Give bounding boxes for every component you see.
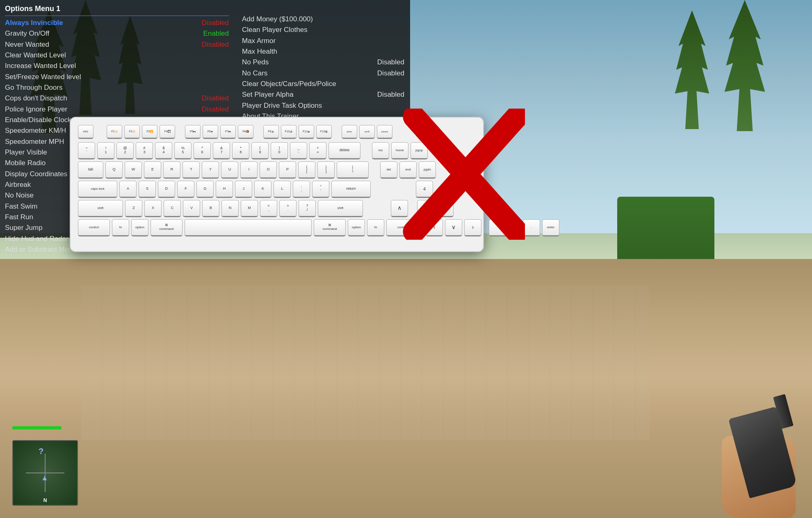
key-num4[interactable]: 4: [416, 181, 433, 198]
key-option-right[interactable]: option: [348, 219, 365, 236]
key-u[interactable]: U: [221, 161, 238, 179]
key-arrow-down[interactable]: ∨: [445, 219, 462, 236]
right-menu-item-clean-clothes[interactable]: Clean Player Clothes: [242, 25, 404, 35]
key-control-left[interactable]: control: [78, 219, 110, 236]
key-num3[interactable]: 3: [436, 200, 454, 217]
key-3[interactable]: #3: [136, 142, 153, 159]
key-9[interactable]: (9: [251, 142, 269, 159]
menu-item-increase-wanted[interactable]: Increase Wanted Level: [5, 61, 229, 71]
key-l[interactable]: L: [274, 181, 291, 198]
key-backslash[interactable]: |\: [337, 161, 369, 179]
key-v[interactable]: V: [183, 200, 200, 217]
key-control-right[interactable]: control: [386, 219, 418, 236]
key-f7[interactable]: F7⏭: [220, 125, 236, 139]
key-tab[interactable]: tab: [78, 161, 103, 179]
key-num-dot[interactable]: .: [523, 219, 540, 236]
menu-item-gravity[interactable]: Gravity On/Off Enabled: [5, 28, 229, 39]
key-z[interactable]: Z: [125, 200, 142, 217]
key-del[interactable]: del: [380, 161, 397, 179]
key-f11[interactable]: F11⏏: [299, 125, 314, 139]
menu-item-clear-wanted[interactable]: Clear Wanted Level: [5, 50, 229, 61]
key-return[interactable]: return: [331, 181, 371, 198]
key-arrow-up[interactable]: ∧: [391, 200, 408, 217]
key-f12[interactable]: F12⏻: [316, 125, 332, 139]
key-pause[interactable]: pause: [377, 125, 392, 139]
key-d[interactable]: D: [158, 181, 175, 198]
key-e[interactable]: E: [144, 161, 161, 179]
right-menu-item-set-alpha[interactable]: Set Player Alpha Disabled: [242, 89, 404, 100]
key-command-left[interactable]: ⌘command: [151, 219, 182, 236]
key-home[interactable]: home: [391, 142, 408, 159]
key-space[interactable]: [185, 219, 312, 236]
key-n[interactable]: N: [221, 200, 239, 217]
right-menu-item-clear-objects[interactable]: Clear Object/Cars/Peds/Police: [242, 79, 404, 89]
key-s[interactable]: S: [139, 181, 156, 198]
key-scrlk[interactable]: scrlk: [359, 125, 375, 139]
key-1[interactable]: !1: [97, 142, 114, 159]
menu-item-always-invincible[interactable]: Always Invincible Disabled: [5, 18, 229, 28]
key-shift-left[interactable]: shift: [78, 200, 123, 217]
key-esc[interactable]: esc: [78, 125, 94, 139]
key-ins[interactable]: ins: [372, 142, 389, 159]
key-f3[interactable]: F3⏫: [142, 125, 157, 139]
key-g[interactable]: G: [196, 181, 214, 198]
key-y[interactable]: Y: [202, 161, 219, 179]
key-num-enter[interactable]: enter: [542, 219, 559, 236]
key-j[interactable]: J: [235, 181, 252, 198]
key-o[interactable]: O: [260, 161, 277, 179]
menu-item-cops-dispatch[interactable]: Cops don't Dispatch Disabled: [5, 93, 229, 104]
right-menu-item-drive-task[interactable]: Player Drive Task Options: [242, 100, 404, 111]
key-f2[interactable]: F2🔆: [124, 125, 140, 139]
key-plus[interactable]: +=: [309, 142, 326, 159]
key-comma[interactable]: <,: [260, 200, 277, 217]
key-minus[interactable]: _-: [290, 142, 307, 159]
key-f4[interactable]: F4🔲: [160, 125, 175, 139]
key-close-bracket[interactable]: }]: [317, 161, 335, 179]
key-arrow-right[interactable]: ›: [464, 219, 481, 236]
key-b[interactable]: B: [202, 200, 219, 217]
key-7[interactable]: &7: [213, 142, 230, 159]
key-open-bracket[interactable]: {[: [298, 161, 315, 179]
key-f10[interactable]: F10🔊: [281, 125, 297, 139]
key-capslock[interactable]: caps lock: [78, 181, 117, 198]
key-semicolon[interactable]: :;: [293, 181, 310, 198]
key-r[interactable]: R: [163, 161, 180, 179]
key-pgup[interactable]: pgup: [411, 142, 428, 159]
key-5[interactable]: %5: [174, 142, 192, 159]
key-f[interactable]: F: [177, 181, 194, 198]
key-prtsc[interactable]: prtsc: [342, 125, 357, 139]
key-t[interactable]: T: [182, 161, 200, 179]
key-f5[interactable]: F5⏮: [185, 125, 201, 139]
key-0[interactable]: )0: [271, 142, 288, 159]
key-h[interactable]: H: [216, 181, 233, 198]
key-f1[interactable]: F1🔆: [107, 125, 122, 139]
key-num2[interactable]: 2: [417, 200, 434, 217]
right-menu-item-max-health[interactable]: Max Health: [242, 46, 404, 57]
key-f9[interactable]: F9🔉: [263, 125, 279, 139]
key-a[interactable]: A: [119, 181, 137, 198]
right-menu-item-no-peds[interactable]: No Peds Disabled: [242, 57, 404, 68]
key-q[interactable]: Q: [105, 161, 123, 179]
key-delete[interactable]: delete: [328, 142, 360, 159]
key-i[interactable]: I: [240, 161, 258, 179]
key-k[interactable]: K: [254, 181, 271, 198]
menu-item-set-freeze-wanted[interactable]: Set/Freeze Wanted level: [5, 72, 229, 82]
key-fn[interactable]: fn: [112, 219, 129, 236]
key-period[interactable]: >.: [279, 200, 297, 217]
key-2[interactable]: @2: [116, 142, 134, 159]
key-num0[interactable]: 0: [489, 219, 521, 236]
key-f8[interactable]: F8🔇: [238, 125, 253, 139]
key-slash[interactable]: ?/: [299, 200, 316, 217]
key-arrow-left[interactable]: ‹: [426, 219, 443, 236]
key-4[interactable]: $4: [155, 142, 172, 159]
key-m[interactable]: M: [241, 200, 258, 217]
key-p[interactable]: P: [279, 161, 296, 179]
right-menu-item-max-armor[interactable]: Max Armor: [242, 36, 404, 46]
key-pgdn[interactable]: pgdn: [419, 161, 436, 179]
key-command-right[interactable]: ⌘command: [314, 219, 346, 236]
menu-item-police-ignore[interactable]: Police Ignore Player Disabled: [5, 104, 229, 115]
key-x[interactable]: X: [144, 200, 162, 217]
key-w[interactable]: W: [125, 161, 142, 179]
menu-item-never-wanted[interactable]: Never Wanted Disabled: [5, 39, 229, 50]
key-8[interactable]: *8: [232, 142, 249, 159]
